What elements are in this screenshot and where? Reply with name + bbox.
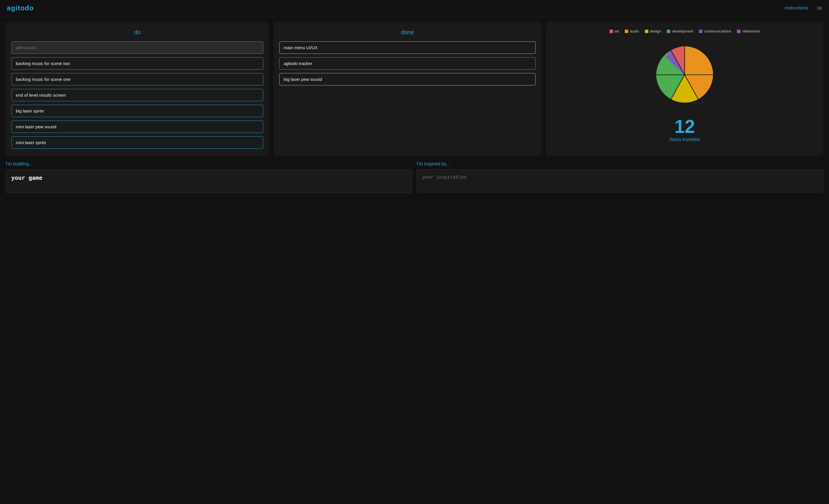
pie-chart — [653, 43, 716, 106]
chart-legend: art audio design development communicati… — [552, 29, 818, 33]
app-logo: agitodo — [7, 4, 34, 12]
list-item[interactable]: backing music for scene one — [11, 73, 263, 85]
legend-audio: audio — [625, 29, 639, 33]
inspired-label: I'm inspired by... — [417, 161, 823, 167]
hours-label: hours invested — [552, 137, 818, 142]
done-column-title: done — [279, 29, 536, 36]
building-label: I'm building... — [6, 161, 412, 167]
list-item[interactable]: end of level results screen — [11, 89, 263, 101]
do-column: do backing music for scene two backing m… — [6, 22, 269, 156]
audio-dot — [625, 30, 628, 33]
list-item[interactable]: big laser sprite — [11, 105, 263, 117]
pie-chart-container — [552, 43, 818, 106]
legend-development: development — [667, 29, 693, 33]
instructions-link[interactable]: instructions — [785, 5, 808, 11]
list-item[interactable]: big laser pew sound — [279, 73, 536, 85]
list-item[interactable]: mini laser sprite — [11, 136, 263, 149]
art-dot — [610, 30, 613, 33]
bottom-section: I'm building... I'm inspired by... — [0, 156, 829, 200]
done-column: done main menu UI/UX agitodo tracker big… — [274, 22, 541, 156]
list-item[interactable]: backing music for scene two — [11, 57, 263, 70]
header: agitodo instructions tip — [0, 0, 829, 16]
design-dot — [645, 30, 648, 33]
main-content: do backing music for scene two backing m… — [0, 16, 829, 156]
nav: instructions tip — [785, 5, 822, 11]
do-column-title: do — [11, 29, 263, 36]
add-task-input[interactable] — [11, 41, 263, 54]
inspired-block: I'm inspired by... — [417, 161, 823, 194]
hours-container: 12 hours invested — [552, 117, 818, 142]
stats-column: art audio design development communicati… — [546, 22, 823, 156]
legend-communications: communications — [699, 29, 731, 33]
list-item[interactable]: agitodo tracker — [279, 57, 536, 70]
list-item[interactable]: main menu UI/UX — [279, 41, 536, 54]
communications-dot — [699, 30, 702, 33]
list-item[interactable]: mini laser pew sound — [11, 120, 263, 133]
legend-design: design — [645, 29, 661, 33]
refinement-dot — [737, 30, 741, 33]
tip-link[interactable]: tip — [817, 5, 822, 11]
hours-number: 12 — [552, 117, 818, 136]
legend-art: art — [610, 29, 619, 33]
development-dot — [667, 30, 670, 33]
building-block: I'm building... — [6, 161, 412, 194]
inspired-input[interactable] — [417, 170, 823, 192]
legend-refinement: refinement — [737, 29, 760, 33]
building-input[interactable] — [6, 170, 412, 193]
